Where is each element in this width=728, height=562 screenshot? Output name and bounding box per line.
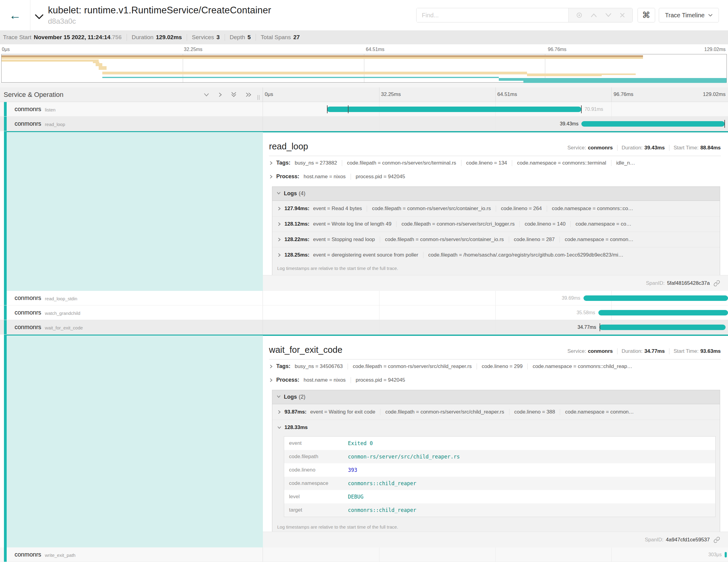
- span-row-name-cell[interactable]: conmonrsread_loop_stdin: [0, 291, 263, 305]
- log-entry-row[interactable]: 127.94ms:event = Read 4 bytescode.filepa…: [272, 201, 720, 216]
- collapse-all-double-chevron-down-icon[interactable]: [230, 91, 237, 98]
- stat-separator: [256, 34, 256, 41]
- column-resizer-handle[interactable]: [257, 95, 260, 100]
- log-kv-row: eventExited 0: [284, 437, 715, 450]
- stat-label: Total Spans: [261, 34, 291, 41]
- span-row-name-cell[interactable]: conmonrswatch_grandchild: [0, 305, 263, 320]
- log-kv-row: targetconmonrs::child_reaper: [284, 503, 715, 517]
- stat-label: Trace Start: [3, 34, 31, 41]
- log-field-item: event = Stopping read loop: [313, 237, 380, 243]
- span-bar[interactable]: [599, 325, 726, 330]
- span-row-timeline-cell[interactable]: 303μs: [263, 547, 728, 562]
- stat-value: November 15 2022, 11:24:14: [34, 34, 110, 41]
- span-row-listen[interactable]: conmonrslisten70.91ms: [0, 102, 728, 117]
- span-operation-name: write_exit_path: [45, 553, 76, 558]
- log-field-item: code.filepath = conmon-rs/server/src/con…: [367, 206, 496, 212]
- view-selector-button[interactable]: Trace Timeline: [659, 8, 719, 22]
- next-result-chevron-down-icon[interactable]: [605, 13, 612, 17]
- span-bar[interactable]: [327, 107, 581, 112]
- log-kv-row: code.namespaceconmonrs::child_reaper: [284, 477, 715, 490]
- stat-label: Depth: [230, 34, 245, 41]
- span-bar[interactable]: [583, 295, 728, 301]
- process-items: host.name = nixosprocess.pid = 942045: [304, 174, 410, 180]
- focus-target-icon[interactable]: [576, 12, 583, 19]
- log-field-item: code.lineno = 264: [496, 206, 547, 212]
- tags-items: busy_ns = 273882code.filepath = conmon-r…: [295, 160, 640, 166]
- log-kv-value: conmonrs::child_reaper: [348, 507, 416, 513]
- span-row-name-cell[interactable]: conmonrsread_loop: [0, 117, 263, 131]
- minimap-span-bar: [96, 63, 102, 66]
- span-service-name: conmonrs: [15, 295, 41, 301]
- span-duration-label: 39.43ms: [560, 121, 578, 127]
- span-row-read-loop[interactable]: conmonrsread_loop39.43ms: [0, 117, 728, 131]
- log-entry-row[interactable]: 128.33ms: [272, 420, 720, 435]
- span-row-read-loop-stdin[interactable]: conmonrsread_loop_stdin39.69ms: [0, 291, 728, 305]
- deep-link-icon[interactable]: [713, 280, 720, 287]
- chevron-right-icon: [269, 161, 273, 165]
- process-items: host.name = nixosprocess.pid = 942045: [304, 377, 410, 383]
- span-row-name-cell[interactable]: conmonrswait_for_exit_code: [0, 320, 263, 334]
- detail-span-title: wait_for_exit_code: [269, 345, 342, 355]
- chevron-right-icon: [269, 175, 273, 179]
- minimap-span-bar: [99, 66, 107, 70]
- span-duration-label: 35.58ms: [577, 310, 595, 315]
- chevron-right-icon: [277, 253, 281, 257]
- back-button[interactable]: ←: [0, 0, 30, 30]
- keyboard-shortcuts-button[interactable]: ⌘: [638, 8, 655, 22]
- collapse-one-chevron-down-icon[interactable]: [203, 92, 210, 97]
- span-row-wait-for-exit-code[interactable]: conmonrswait_for_exit_code34.77ms: [0, 320, 728, 335]
- span-row-timeline-cell[interactable]: 39.43ms: [263, 117, 728, 131]
- tags-row[interactable]: Tags:busy_ns = 273882code.filepath = con…: [263, 156, 728, 170]
- tags-item: code.namespace = conmonrs::child_reap…: [527, 363, 637, 370]
- process-row[interactable]: Process:host.name = nixosprocess.pid = 9…: [263, 373, 728, 387]
- expand-one-chevron-right-icon[interactable]: [218, 92, 223, 98]
- logs-header[interactable]: Logs(2): [272, 390, 720, 404]
- process-item: process.pid = 942045: [351, 174, 410, 180]
- minimap-span-bar: [602, 73, 636, 75]
- log-kv-table: eventExited 0code.filepathconmon-rs/serv…: [284, 436, 716, 517]
- span-row-timeline-cell[interactable]: 70.91ms: [263, 102, 728, 116]
- span-log-tick: [581, 105, 582, 113]
- span-row-name-cell[interactable]: conmonrswrite_exit_path: [0, 547, 263, 562]
- detail-footer: SpanID:4a947cfd1ce59537: [263, 532, 728, 547]
- process-row[interactable]: Process:host.name = nixosprocess.pid = 9…: [263, 170, 728, 183]
- span-row-timeline-cell[interactable]: 34.77ms: [263, 320, 728, 334]
- log-field-item: code.filepath = /home/sascha/.cargo/regi…: [423, 252, 628, 258]
- span-duration-label: 34.77ms: [577, 325, 596, 330]
- header-chevron-down-icon[interactable]: [35, 14, 44, 21]
- span-row-watch-grandchild[interactable]: conmonrswatch_grandchild35.58ms: [0, 305, 728, 320]
- span-bar[interactable]: [725, 552, 727, 557]
- log-entry-row[interactable]: 128.25ms:event = deregistering event sou…: [272, 247, 720, 263]
- span-bar[interactable]: [581, 121, 725, 127]
- log-entry-row[interactable]: 128.22ms:event = Stopping read loopcode.…: [272, 232, 720, 247]
- log-field-item: code.lineno = 287: [509, 237, 560, 243]
- logs-box: Logs(4)127.94ms:event = Read 4 bytescode…: [272, 186, 720, 275]
- log-kv-key: code.lineno: [284, 467, 348, 473]
- log-field-item: code.filepath = conmon-rs/server/src/cri…: [396, 221, 519, 227]
- log-entry-row[interactable]: 128.12ms:event = Wrote log line of lengt…: [272, 216, 720, 232]
- span-detail-wait-for-exit-code: wait_for_exit_codeService:conmonrsDurati…: [0, 335, 728, 547]
- logs-header[interactable]: Logs(4): [272, 187, 720, 201]
- find-input[interactable]: [417, 8, 568, 22]
- span-bar[interactable]: [598, 310, 728, 315]
- logs-box: Logs(2)93.87ms:event = Waiting for exit …: [272, 390, 720, 534]
- log-timestamp: 93.87ms:: [284, 409, 307, 415]
- span-row-timeline-cell[interactable]: 35.58ms: [263, 305, 728, 320]
- log-entry-row[interactable]: 93.87ms:event = Waiting for exit codecod…: [272, 404, 720, 420]
- tags-row[interactable]: Tags:busy_ns = 34506763code.filepath = c…: [263, 359, 728, 373]
- span-row-write-exit-path[interactable]: conmonrswrite_exit_path303μs: [0, 547, 728, 562]
- span-row-timeline-cell[interactable]: 39.69ms: [263, 291, 728, 305]
- log-field-item: code.namespace = conmon…: [560, 237, 638, 243]
- log-kv-key: event: [284, 440, 348, 446]
- span-duration-label: 39.69ms: [562, 295, 580, 301]
- view-selector-label: Trace Timeline: [665, 12, 705, 19]
- clear-find-close-icon[interactable]: [620, 12, 625, 18]
- span-service-name: conmonrs: [15, 120, 41, 127]
- ruler-tick: 32.25ms: [381, 91, 401, 97]
- span-row-name-cell[interactable]: conmonrslisten: [0, 102, 263, 116]
- timeline-minimap[interactable]: [1, 54, 727, 83]
- prev-result-chevron-up-icon[interactable]: [590, 13, 597, 17]
- log-timestamp: 127.94ms:: [284, 206, 309, 212]
- expand-all-double-chevron-right-icon[interactable]: [245, 92, 252, 98]
- deep-link-icon[interactable]: [713, 536, 720, 543]
